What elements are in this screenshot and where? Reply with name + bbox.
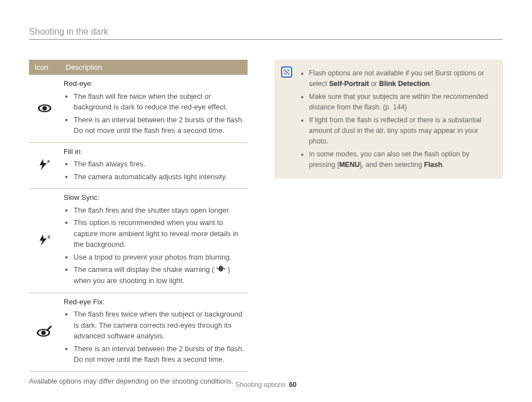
eye-icon xyxy=(29,75,60,142)
bullet-item: The flash will fire twice when the subje… xyxy=(74,91,244,113)
bullet-item: There is an interval between the 2 burst… xyxy=(74,114,244,136)
flash-options-table: Icon Description Red-eye:The flash will … xyxy=(29,60,248,372)
col-header-description: Description xyxy=(60,60,248,75)
note-item: Make sure that your subjects are within … xyxy=(309,92,495,113)
svg-point-7 xyxy=(41,331,46,335)
description-cell: Red-eye:The flash will fire twice when t… xyxy=(60,75,248,142)
bullet-item: Use a tripod to prevent your photos from… xyxy=(74,252,244,263)
bullet-item: The flash fires twice when the subject o… xyxy=(74,309,244,342)
svg-point-2 xyxy=(42,106,47,111)
note-item: If light from the flash is reflected or … xyxy=(309,115,495,147)
note-item: In some modes, you can also set the flas… xyxy=(309,149,495,171)
bullet-item: This option is recommended when you want… xyxy=(74,217,244,250)
row-title: Red-eye xyxy=(64,79,91,88)
bullet-item: The flash fires and the shutter stays op… xyxy=(74,205,244,216)
row-title: Fill in xyxy=(64,147,80,156)
bullet-item: There is an interval between the 2 burst… xyxy=(74,343,244,365)
note-icon xyxy=(281,66,292,78)
description-cell: Red-eye Fix:The flash fires twice when t… xyxy=(60,293,248,371)
row-title: Red-eye Fix xyxy=(64,298,103,306)
flash-f-icon: F xyxy=(29,142,60,189)
note-bold: MENU xyxy=(339,161,360,169)
col-header-icon: Icon xyxy=(29,60,60,75)
note-bold: Flash xyxy=(424,161,442,169)
eye-brush-icon xyxy=(29,293,60,371)
table-row: Red-eye:The flash will fire twice when t… xyxy=(29,75,248,142)
table-row: SSlow Sync:The flash fires and the shutt… xyxy=(29,189,248,293)
page-footer: Shooting options 60 xyxy=(0,381,532,389)
description-cell: Fill in:The flash always fires.The camer… xyxy=(60,142,248,189)
bullet-item: The camera automatically adjusts light i… xyxy=(74,171,244,183)
table-row: FFill in:The flash always fires.The came… xyxy=(29,142,248,189)
bullet-item: The camera will display the shake warnin… xyxy=(74,264,244,286)
left-column: Icon Description Red-eye:The flash will … xyxy=(29,60,248,385)
svg-text:S: S xyxy=(47,234,51,240)
note-bold: Blink Detection xyxy=(379,80,430,88)
bullet-item: The flash always fires. xyxy=(74,159,244,170)
page-title: Shooting in the dark xyxy=(29,27,503,40)
note-bold: Self-Portrait xyxy=(329,80,369,88)
note-box: Flash options are not available if you s… xyxy=(274,60,503,179)
svg-text:F: F xyxy=(47,159,50,164)
content-columns: Icon Description Red-eye:The flash will … xyxy=(29,60,503,385)
shake-warning-icon xyxy=(215,265,226,276)
flash-s-icon: S xyxy=(29,189,60,293)
footer-page-number: 60 xyxy=(289,381,296,389)
footer-section: Shooting options xyxy=(235,381,285,389)
note-item: Flash options are not available if you s… xyxy=(309,68,495,90)
row-title: Slow Sync xyxy=(64,193,98,202)
right-column: Flash options are not available if you s… xyxy=(274,60,503,385)
table-row: Red-eye Fix:The flash fires twice when t… xyxy=(29,293,248,371)
description-cell: Slow Sync:The flash fires and the shutte… xyxy=(60,189,248,293)
